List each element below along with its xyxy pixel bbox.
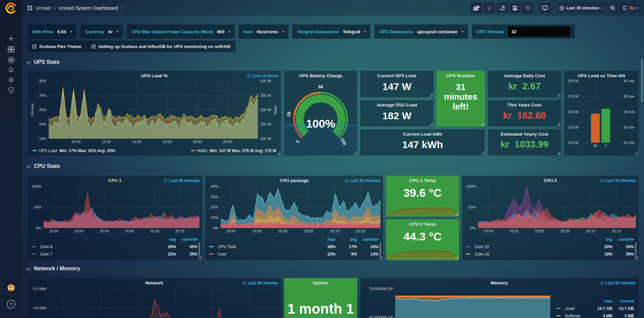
legend-series-watts[interactable]: Watts Min: 147 W Max: 278 W Avg: 175 W <box>191 148 276 153</box>
legend-scrollbar[interactable] <box>379 242 381 258</box>
clock-icon <box>559 6 564 10</box>
bars-plot[interactable]: WT <box>581 81 621 143</box>
section-network-memory[interactable]: Network / Memory <box>28 266 80 272</box>
panel-title[interactable]: Memory <box>360 278 639 285</box>
cpu-threads-input[interactable] <box>508 27 570 37</box>
time-range-picker[interactable]: Last 30 minutes ▾ <box>557 3 605 13</box>
legend-sort-current[interactable]: current▾ <box>176 237 197 242</box>
variable-ups-datasource[interactable]: UPS Datasourceapcupsd-container▾ <box>374 25 468 39</box>
variable-value: 865 <box>217 29 225 34</box>
legend-sort-current[interactable]: current▾ <box>612 237 634 242</box>
legend-series-row: User22%9%13% <box>209 251 378 258</box>
variable-value: 0.65 <box>57 29 66 34</box>
star-button[interactable]: ☆ <box>484 3 495 13</box>
section-ups-stats[interactable]: UPS Stats <box>28 59 59 65</box>
variable-value: apcupsd-container <box>417 29 458 34</box>
panel-title[interactable]: Uptime <box>284 278 357 285</box>
panel-time-range[interactable]: Last 30 minutes <box>242 281 278 285</box>
panel-title[interactable]: Average PSU Load <box>360 100 433 107</box>
legend-value: 17% <box>335 244 357 249</box>
cpu-package-plot[interactable]: 19:5019:5520:0020:0520:1020:15 <box>221 186 380 228</box>
save-button[interactable] <box>509 3 520 13</box>
legend-scrollbar[interactable] <box>635 242 637 258</box>
dashboard-links: Grafana Plex Theme Setting up Grafana an… <box>28 41 235 52</box>
apps-grid-icon[interactable] <box>27 5 33 11</box>
legend-series-label[interactable]: Core 16 <box>466 252 591 257</box>
panel-time-range[interactable]: Last 30 minutes <box>164 178 199 183</box>
panel-time-range[interactable]: Last 30 minutes <box>600 178 636 183</box>
grafana-logo[interactable] <box>5 2 17 14</box>
legend-series-label[interactable]: User <box>209 252 314 257</box>
dashboard-settings-button[interactable]: ⚙ <box>522 3 533 13</box>
cycle-view-button[interactable] <box>539 3 551 13</box>
refresh-button[interactable]: 5s ▾ <box>620 3 641 13</box>
legend-sort-avg[interactable]: avg <box>591 237 612 242</box>
dashboard-title[interactable]: Unraid System Dashboard <box>59 5 118 11</box>
chevron-down-icon <box>27 266 31 270</box>
panel-title[interactable]: Estimated Yearly Cost <box>488 129 561 137</box>
panel-title[interactable]: Average Daily Cost <box>488 71 561 78</box>
panel-title[interactable]: Current Load kWh <box>360 129 485 137</box>
server-admin-shield-icon[interactable] <box>0 85 22 95</box>
panel-time-range[interactable]: Last 12 hours <box>247 74 278 78</box>
variable-label: Telegraf Datasource <box>297 29 339 34</box>
panel-time-range[interactable]: Last 30 minutes <box>600 281 636 285</box>
memory-plot[interactable] <box>395 289 550 318</box>
legend-value: 20% <box>591 244 612 249</box>
variable-ups-max-output-power-capacity-watt-[interactable]: UPS Max Output Power Capacity (Watt)865▾ <box>127 25 235 39</box>
panel-ups-load-graph: UPS Load % Last 12 hours Percent 35%30%2… <box>28 71 281 155</box>
add-panel-button[interactable] <box>471 3 482 13</box>
legend-series-label[interactable]: Core 7 <box>32 252 154 257</box>
y-axis-ticks: 100%50%0% <box>30 186 44 228</box>
panel-title[interactable]: UPS Battery Charge <box>284 71 357 78</box>
legend-series-label[interactable]: Used <box>556 306 591 311</box>
legend-sort-max[interactable]: max <box>591 299 612 304</box>
variable-kwh-price[interactable]: kWh Price0.65▾ <box>28 25 77 39</box>
panel-title[interactable]: This Years Cost <box>488 100 561 107</box>
cpu2-plot[interactable]: 19:5019:5520:0020:0520:1020:15 <box>478 186 636 228</box>
legend-sort-max[interactable]: max <box>314 237 335 242</box>
panel-title[interactable]: Current UPS Load <box>360 71 433 78</box>
variable-cpu-threads: CPU Threads <box>472 25 575 39</box>
alerting-bell-icon[interactable] <box>0 65 22 75</box>
legend-series-label[interactable]: Core 6 <box>32 244 154 249</box>
cpu1-plot[interactable]: 19:5019:5520:0020:0520:1020:15 <box>44 186 199 228</box>
variable-currency[interactable]: Currencykr▾ <box>81 25 123 39</box>
share-button[interactable] <box>497 3 508 13</box>
panel-title[interactable]: UPS Runtime <box>436 71 485 78</box>
legend-sort-current[interactable]: current <box>612 299 634 304</box>
gear-icon: ⚙ <box>525 5 531 11</box>
magnifier-minus-icon <box>610 5 615 11</box>
legend-sort-avg[interactable]: avg <box>154 237 176 242</box>
ups-load-plot[interactable]: 10:0012:0014:0016:0018:0020:00 <box>49 81 258 139</box>
dashboard-link[interactable]: Setting up Grafana and InfluxDB for UPS … <box>87 41 235 52</box>
legend-scrollbar[interactable] <box>198 242 200 258</box>
create-icon[interactable] <box>0 34 22 43</box>
legend-series-label[interactable]: Buffered <box>556 314 591 318</box>
zoom-out-button[interactable] <box>607 3 618 13</box>
dashboard-caret-icon[interactable]: ▾ <box>122 6 123 10</box>
section-cpu-stats[interactable]: CPU Stats <box>28 163 60 169</box>
user-avatar[interactable] <box>6 282 16 293</box>
variable-label: host <box>243 29 252 34</box>
dashboards-icon[interactable] <box>0 45 22 54</box>
legend-series-label[interactable]: CPU Total <box>209 244 314 249</box>
network-plot[interactable] <box>49 289 278 318</box>
panel-title[interactable]: UPS Load vs Time left <box>564 71 639 78</box>
breadcrumb-folder[interactable]: Unraid <box>36 5 51 11</box>
page-scrollbar[interactable] <box>641 59 643 102</box>
legend-series-ups-load[interactable]: UPS Load Min: 17% Max: 32% Avg: 20% <box>32 148 115 153</box>
panel-title[interactable]: UPS Load % <box>28 71 281 78</box>
help-icon[interactable]: ? <box>7 300 15 309</box>
panel-title[interactable]: CPU 2 Temp <box>386 219 459 227</box>
variable-host[interactable]: hostNostromo▾ <box>239 25 288 39</box>
explore-compass-icon[interactable] <box>0 55 22 64</box>
variable-telegraf-datasource[interactable]: Telegraf DatasourceTelegraf▾ <box>292 25 370 39</box>
legend-sort-avg[interactable]: avg <box>335 237 357 242</box>
legend-sort-current[interactable]: current▾ <box>357 237 378 242</box>
legend-series-label[interactable]: Core 22 <box>466 244 591 249</box>
panel-time-range[interactable]: Last 30 minutes <box>344 178 380 183</box>
dashboard-link[interactable]: Grafana Plex Theme <box>28 41 86 52</box>
configuration-gear-icon[interactable]: ⚙ <box>0 75 22 85</box>
panel-title[interactable]: CPU 1 Temp <box>386 176 459 183</box>
